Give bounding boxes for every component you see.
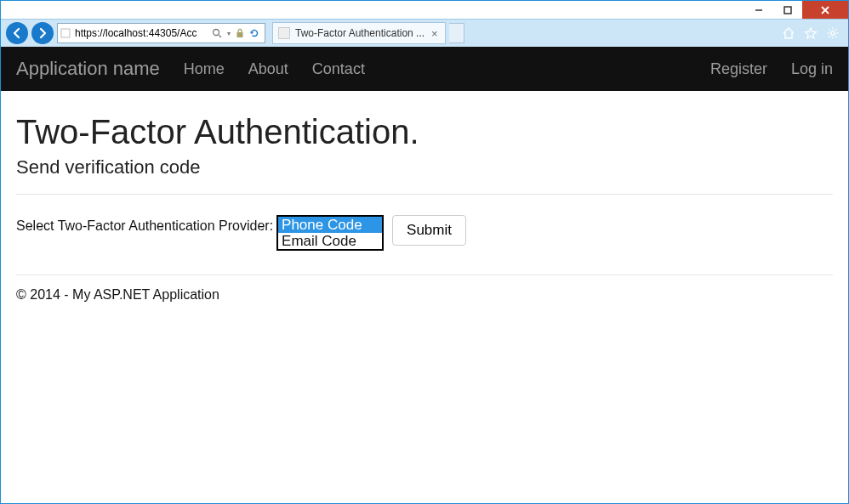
back-button[interactable]	[6, 22, 28, 44]
settings-icon[interactable]	[826, 26, 840, 40]
tab-title: Two-Factor Authentication ...	[295, 27, 424, 39]
forward-button[interactable]	[31, 22, 54, 44]
page-subtitle: Send verification code	[16, 156, 833, 178]
provider-label: Select Two-Factor Authentication Provide…	[16, 215, 273, 234]
svg-line-16	[829, 36, 829, 37]
page-icon	[58, 28, 73, 38]
footer-divider	[16, 275, 833, 275]
address-input[interactable]	[73, 24, 207, 42]
svg-line-6	[219, 35, 221, 37]
svg-rect-1	[784, 7, 791, 14]
tab-favicon	[278, 27, 290, 39]
window-frame: ▾ Two-Factor Authentication ... ×	[0, 0, 849, 504]
favorites-icon[interactable]	[804, 26, 818, 40]
footer-text: © 2014 - My ASP.NET Application	[16, 287, 833, 303]
svg-rect-4	[61, 29, 70, 37]
refresh-icon[interactable]	[249, 28, 259, 38]
minimize-button[interactable]	[744, 1, 773, 19]
maximize-button[interactable]	[773, 1, 802, 19]
nav-link-about[interactable]: About	[248, 60, 288, 78]
svg-line-14	[835, 36, 836, 37]
divider	[16, 194, 833, 195]
page-viewport: Application name Home About Contact Regi…	[1, 47, 848, 503]
svg-line-15	[835, 29, 836, 30]
svg-line-13	[829, 29, 829, 30]
svg-point-5	[214, 30, 219, 36]
nav-link-home[interactable]: Home	[184, 60, 225, 78]
nav-link-login[interactable]: Log in	[791, 60, 833, 78]
brand[interactable]: Application name	[16, 58, 160, 80]
provider-select[interactable]: Phone Code Email Code	[276, 215, 384, 251]
navbar: Application name Home About Contact Regi…	[1, 47, 848, 91]
provider-form-row: Select Two-Factor Authentication Provide…	[16, 215, 833, 251]
svg-rect-7	[237, 32, 243, 37]
home-icon[interactable]	[782, 26, 795, 40]
nav-link-contact[interactable]: Contact	[312, 60, 365, 78]
search-icon[interactable]	[212, 28, 222, 38]
address-bar[interactable]: ▾	[57, 23, 265, 43]
window-titlebar	[1, 1, 848, 19]
dropdown-icon[interactable]: ▾	[227, 30, 231, 37]
svg-point-8	[831, 31, 835, 35]
browser-tab[interactable]: Two-Factor Authentication ... ×	[272, 22, 446, 44]
provider-option-phone[interactable]: Phone Code	[278, 217, 382, 233]
nav-link-register[interactable]: Register	[710, 60, 767, 78]
submit-button[interactable]: Submit	[392, 215, 466, 246]
new-tab-button[interactable]	[449, 23, 464, 43]
close-button[interactable]	[802, 1, 848, 19]
tab-close-icon[interactable]: ×	[430, 27, 440, 40]
provider-option-email[interactable]: Email Code	[278, 233, 382, 249]
browser-toolbar: ▾ Two-Factor Authentication ... ×	[1, 19, 848, 47]
page-title: Two-Factor Authentication.	[16, 113, 833, 151]
lock-icon	[236, 28, 244, 38]
